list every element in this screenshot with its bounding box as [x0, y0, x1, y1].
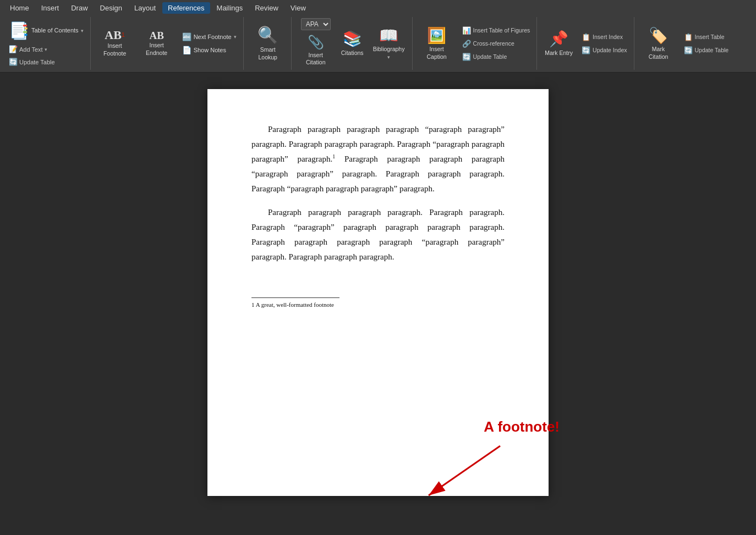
- citations-icon: 📚: [343, 30, 362, 48]
- update-table-icon: 🔄: [9, 58, 18, 66]
- svg-line-1: [429, 446, 500, 495]
- insert-citation-stack: APA 📎 Insert Citation: [296, 18, 336, 69]
- update-captions-label: Update Table: [473, 53, 507, 60]
- mark-entry-icon: 📌: [549, 30, 568, 48]
- insert-index-button[interactable]: 📋 Insert Index: [578, 31, 630, 43]
- insert-auth-icon: 📋: [684, 33, 693, 41]
- update-auth-icon: 🔄: [684, 46, 693, 54]
- menu-mailings[interactable]: Mailings: [211, 2, 249, 14]
- menu-draw[interactable]: Draw: [65, 2, 93, 14]
- bibliography-button[interactable]: 📖 Bibliography ▾: [369, 24, 409, 63]
- update-captions-table-button[interactable]: 🔄 Update Table: [459, 51, 534, 63]
- toc-arrow: ▾: [81, 28, 84, 34]
- cross-reference-button[interactable]: 🔗 Cross-reference: [459, 38, 534, 49]
- footnotes-group: AB1 Insert Footnote AB Insert Endnote 🔤 …: [92, 17, 244, 70]
- insert-table-of-auth-button[interactable]: 📋 Insert Table: [681, 31, 732, 43]
- bibliography-label: Bibliography ▾: [372, 46, 406, 60]
- toc-label: Table of Contents: [31, 26, 79, 34]
- ribbon: Home Insert Draw Design Layout Reference…: [0, 0, 756, 73]
- show-notes-icon: 📄: [182, 46, 191, 54]
- captions-group: 🖼️ Insert Caption 📊 Insert Table of Figu…: [414, 17, 538, 70]
- menu-home[interactable]: Home: [4, 2, 35, 14]
- insert-tof-icon: 📊: [462, 26, 471, 35]
- bibliography-icon: 📖: [379, 26, 398, 45]
- show-notes-button[interactable]: 📄 Show Notes: [179, 44, 240, 56]
- toc-group: 📑 Table of Contents ▾ 📝 Add Text ▾ 🔄 Upd…: [2, 17, 91, 70]
- bibliography-arrow: ▾: [387, 54, 390, 60]
- document-page: Paragraph paragraph paragraph paragraph …: [207, 89, 549, 496]
- menu-bar: Home Insert Draw Design Layout Reference…: [0, 0, 756, 16]
- index-group: 📌 Mark Entry 📋 Insert Index 🔄 Update Ind…: [538, 17, 634, 70]
- menu-layout[interactable]: Layout: [129, 2, 161, 14]
- footnote-stack: 🔤 Next Footnote ▾ 📄 Show Notes: [179, 31, 240, 56]
- insert-index-label: Insert Index: [593, 34, 623, 40]
- apa-style-select[interactable]: APA: [301, 18, 331, 30]
- mark-entry-button[interactable]: 📌 Mark Entry: [541, 24, 576, 63]
- show-notes-label: Show Notes: [194, 47, 226, 53]
- citations-label: Citations: [341, 49, 364, 57]
- annotation-arrow: [412, 440, 522, 506]
- captions-stack: 📊 Insert Table of Figures 🔗 Cross-refere…: [459, 25, 534, 63]
- insert-auth-label: Insert Table: [695, 34, 725, 40]
- citations-group: APA 📎 Insert Citation 📚 Citations 📖 Bibl…: [293, 17, 413, 70]
- index-stack: 📋 Insert Index 🔄 Update Index: [578, 31, 630, 56]
- menu-view[interactable]: View: [285, 2, 311, 14]
- authorities-stack: 📋 Insert Table 🔄 Update Table: [681, 31, 732, 56]
- menu-design[interactable]: Design: [95, 2, 128, 14]
- insert-table-of-figures-button[interactable]: 📊 Insert Table of Figures: [459, 25, 534, 36]
- table-of-contents-button[interactable]: 📑 Table of Contents ▾: [7, 19, 86, 42]
- research-group: 🔍 Smart Lookup: [245, 17, 292, 70]
- insert-endnote-label: Insert Endnote: [140, 42, 173, 57]
- next-footnote-icon: 🔤: [182, 32, 191, 41]
- update-index-button[interactable]: 🔄 Update Index: [578, 45, 630, 56]
- next-footnote-arrow: ▾: [234, 34, 237, 40]
- cross-reference-label: Cross-reference: [473, 40, 514, 47]
- annotation-text: A footnote!: [484, 418, 560, 435]
- document-area: Paragraph paragraph paragraph paragraph …: [0, 73, 756, 535]
- menu-insert[interactable]: Insert: [36, 2, 65, 14]
- update-table-button[interactable]: 🔄 Update Table: [7, 57, 86, 67]
- mark-citation-label: Mark Citation: [642, 46, 675, 60]
- footnote-superscript: 1: [332, 153, 335, 159]
- mark-entry-label: Mark Entry: [545, 49, 573, 57]
- add-text-arrow: ▾: [45, 47, 47, 52]
- update-table-label: Update Table: [19, 59, 55, 65]
- footnote-separator: [251, 297, 339, 298]
- mark-citation-button[interactable]: 🏷️ Mark Citation: [639, 24, 678, 63]
- update-index-label: Update Index: [593, 47, 627, 53]
- next-footnote-button[interactable]: 🔤 Next Footnote ▾: [179, 31, 240, 43]
- update-auth-label: Update Table: [695, 47, 729, 53]
- cross-reference-icon: 🔗: [462, 40, 471, 48]
- insert-footnote-label: Insert Footnote: [98, 42, 132, 57]
- annotation-wrapper: A footnote!: [484, 418, 560, 435]
- update-index-icon: 🔄: [582, 46, 590, 54]
- insert-citation-button[interactable]: 📎 Insert Citation: [296, 32, 336, 69]
- paragraph-1: Paragraph paragraph paragraph paragraph …: [251, 122, 505, 196]
- smart-lookup-label: Smart Lookup: [251, 46, 284, 61]
- menu-references[interactable]: References: [162, 2, 210, 14]
- smart-lookup-button[interactable]: 🔍 Smart Lookup: [248, 23, 288, 63]
- insert-endnote-icon: AB: [149, 30, 163, 41]
- update-captions-icon: 🔄: [462, 53, 471, 61]
- add-text-icon: 📝: [9, 45, 18, 53]
- add-text-button[interactable]: 📝 Add Text ▾: [7, 44, 86, 54]
- insert-endnote-button[interactable]: AB Insert Endnote: [137, 24, 177, 63]
- authorities-group: 🏷️ Mark Citation 📋 Insert Table 🔄 Update…: [636, 17, 736, 70]
- menu-review[interactable]: Review: [249, 2, 284, 14]
- add-text-label: Add Text: [19, 46, 43, 53]
- ribbon-toolbar: 📑 Table of Contents ▾ 📝 Add Text ▾ 🔄 Upd…: [0, 16, 756, 72]
- insert-footnote-icon: AB1: [105, 29, 125, 41]
- insert-citation-icon: 📎: [308, 35, 324, 51]
- insert-index-icon: 📋: [582, 33, 590, 41]
- insert-caption-button[interactable]: 🖼️ Insert Caption: [417, 24, 457, 63]
- insert-caption-icon: 🖼️: [427, 26, 446, 45]
- insert-footnote-button[interactable]: AB1 Insert Footnote: [95, 24, 135, 63]
- footnote-text: 1 A great, well-formatted footnote: [251, 301, 505, 308]
- page-content: Paragraph paragraph paragraph paragraph …: [251, 122, 505, 264]
- update-auth-table-button[interactable]: 🔄 Update Table: [681, 45, 732, 56]
- paragraph-2: Paragraph paragraph paragraph paragraph.…: [251, 205, 505, 264]
- smart-lookup-icon: 🔍: [258, 25, 278, 45]
- insert-tof-label: Insert Table of Figures: [473, 27, 530, 34]
- citations-button[interactable]: 📚 Citations: [338, 24, 367, 63]
- insert-caption-label: Insert Caption: [420, 46, 453, 60]
